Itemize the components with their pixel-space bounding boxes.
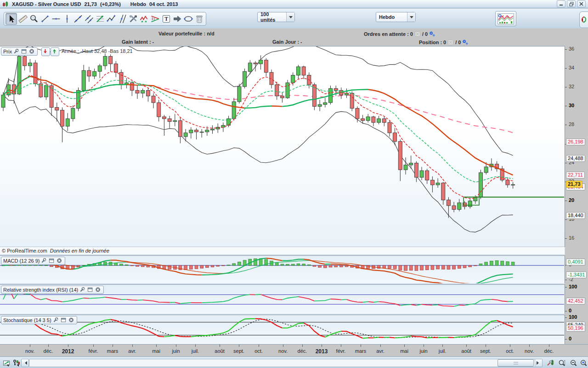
axis-tick-mark [565,201,567,201]
scrollbar-thumb[interactable] [498,359,534,367]
orders-settings-gear-icon[interactable] [429,31,435,37]
macd-panel-header: MACD (12 26 9) [1,257,65,265]
zoom-in-button[interactable] [578,358,588,367]
position-list-icon[interactable] [447,39,454,45]
title-bar: XAGUSD - Silver Ounce USD 21,73 (+0,23%)… [0,0,588,8]
tool-zoom-button[interactable] [28,13,39,24]
axis-tick-label: 28 [569,121,574,127]
axis-tick-mark [565,287,567,288]
tool-polyline-button[interactable] [106,13,116,24]
trend-line-icon [73,14,83,24]
time-axis-tick [549,345,549,347]
wrench-icon[interactable] [53,317,59,323]
time-axis-label: févr. [89,348,98,354]
chart-scrollbar[interactable] [29,359,535,367]
text-icon: T [161,14,171,24]
time-axis-label: juil. [439,348,447,354]
tool-tools-button[interactable] [128,13,138,24]
wrench-icon[interactable] [13,49,20,55]
wrench-icon[interactable] [41,258,47,264]
time-axis-label: sept. [233,348,244,354]
tool-ellipse-button[interactable] [183,13,193,24]
indicators-button[interactable] [495,11,516,26]
detach-window-icon[interactable] [21,49,28,55]
pending-orders-count: 0 [410,31,413,37]
time-axis-label: sept. [480,348,491,354]
detach-window-icon[interactable] [49,258,55,264]
close-icon[interactable] [68,317,75,323]
zoom-icon [29,14,39,24]
close-icon[interactable] [57,258,63,264]
wrench-icon[interactable] [79,287,86,293]
time-axis-tick [404,345,405,347]
latent-gain: Gain latent : - [122,39,154,45]
bollinger-lower [3,95,513,232]
unit-selector-value: 100 unités [258,12,286,23]
time-axis-tick [156,345,157,347]
tool-channel-button[interactable] [84,13,94,24]
axis-value-box: 21,73 [566,181,582,188]
axis-tick-label: 32 [569,84,574,89]
axis-tick-label: 36 [569,46,574,52]
detach-window-icon[interactable] [61,317,67,323]
detach-window-icon[interactable] [87,287,94,293]
tool-arrow-button[interactable] [172,13,182,24]
buy-arrow-button[interactable] [51,47,59,56]
unit-selector[interactable]: 100 unités [257,12,295,22]
instrument-button[interactable] [12,358,21,367]
scroll-left-button[interactable] [21,359,29,367]
axis-value-box: 24,488 [566,155,585,162]
tool-ruler-button[interactable] [17,13,28,24]
minimize-button[interactable] [557,0,565,7]
tools-icon [128,14,138,24]
axis-tick-mark [565,339,567,339]
sell-arrow-button[interactable] [41,47,50,56]
zoom-out-button[interactable] [568,358,578,367]
order-list-icon[interactable] [414,31,421,37]
time-axis-tick [176,345,176,347]
window-timeframe: Hebdo [130,1,146,7]
stochastic-panel[interactable]: Stochastique (14 3 5) [0,315,565,345]
workspace-toggle[interactable] [579,12,588,28]
tool-trend-line-button[interactable] [73,13,83,24]
restore-button[interactable] [567,0,576,7]
arrow-icon [172,14,182,24]
time-axis-tick [68,345,68,347]
timeframe-selector[interactable]: Hebdo [376,12,416,22]
time-axis-tick [302,345,303,347]
axis-tick-label: 34 [569,65,574,70]
rsi-panel[interactable]: Relative strength index (RSI) (14) [0,284,565,314]
tool-pattern-bullish-button[interactable] [150,13,160,24]
time-axis-label: juin [419,348,427,354]
tool-cursor-button[interactable] [6,13,17,25]
tool-parallel-lines-button[interactable] [117,13,127,24]
axis-tick-label: 0 [569,308,571,313]
tool-vertical-line-button[interactable] [62,13,72,24]
axis-tick-mark [565,68,567,69]
macd-panel[interactable]: MACD (12 26 9) [0,255,565,283]
tool-fibonacci-button[interactable] [95,13,105,24]
chevron-down-icon[interactable] [407,12,415,22]
executed-orders-count: 0 [425,31,428,37]
zoom-fit-button[interactable] [556,358,567,367]
tool-text-button[interactable]: T [161,13,171,24]
axis-tick-label: 100 [569,284,577,289]
close-icon[interactable] [29,49,35,55]
tool-horizontal-line-button[interactable] [51,13,61,24]
vertical-line-icon [62,14,72,24]
position-settings-gear-icon[interactable] [462,39,469,45]
scroll-right-button[interactable] [535,359,543,367]
tool-segment-button[interactable] [40,13,50,24]
chart-edit-button[interactable] [2,358,11,367]
close-icon[interactable] [95,287,102,293]
axis-tick-mark [565,87,567,87]
price-chart-panel[interactable]: Prix Année : -Haut 32,48 -Bas 18,21 [0,46,565,247]
tool-trash-button[interactable] [194,13,204,24]
ellipse-icon [183,14,193,24]
chevron-down-icon[interactable] [286,12,294,22]
close-window-button[interactable] [577,0,586,7]
time-axis-tick [380,345,381,347]
tool-pattern-bearish-button[interactable] [139,13,149,24]
chart-tools-button[interactable] [545,358,555,367]
axis-tick-label: 20 [569,197,574,203]
